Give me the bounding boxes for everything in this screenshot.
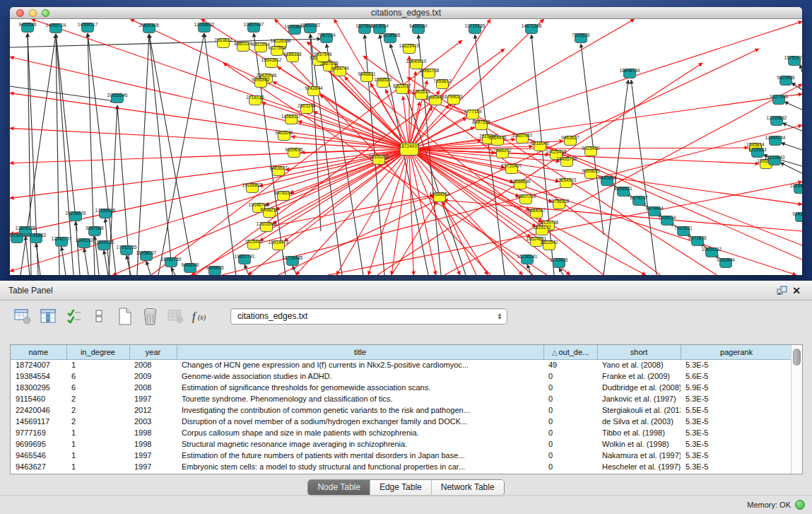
new-document-icon[interactable] (113, 305, 136, 327)
table-cell[interactable]: de Silva et al. (2003) (597, 416, 681, 427)
row-select-icon[interactable] (62, 305, 85, 327)
scrollbar-thumb[interactable] (793, 349, 801, 366)
table-cell[interactable]: 22420046 (11, 404, 66, 416)
graph-edge-black[interactable] (104, 250, 108, 275)
graph-edge-red[interactable] (298, 121, 409, 149)
graph-edge-black[interactable] (61, 247, 66, 275)
table-cell[interactable]: 2008 (129, 359, 177, 370)
node-table-scroll-area[interactable]: namein_degreeyeartitle△out_de...shortpag… (11, 345, 791, 474)
column-header-short[interactable]: short (597, 345, 681, 359)
table-settings-icon[interactable] (11, 305, 34, 327)
graph-edge-red[interactable] (392, 201, 437, 275)
graph-edge-black[interactable] (76, 221, 80, 275)
table-cell[interactable]: 1998 (129, 427, 177, 438)
network-view-window[interactable]: citations_edges.txt 18724007183002957663… (10, 7, 802, 275)
graph-edge-black[interactable] (245, 264, 249, 275)
network-canvas-svg[interactable]: 1872400718300295766382286601248912954182… (10, 19, 802, 275)
table-cell[interactable]: 1 (66, 450, 129, 461)
table-cell[interactable]: 0 (543, 416, 597, 427)
table-cell[interactable]: 5.9E-5 (681, 382, 791, 393)
table-cell[interactable]: 9465546 (11, 450, 66, 461)
table-cell[interactable]: Estimation of significance thresholds fo… (177, 382, 543, 393)
graph-edge-black[interactable] (204, 33, 236, 275)
table-cell[interactable]: Structural magnetic resonance image aver… (177, 438, 543, 450)
minimize-window-button[interactable] (29, 9, 37, 17)
table-cell[interactable]: 6 (66, 370, 129, 382)
tab-network-table[interactable]: Network Table (431, 480, 504, 495)
table-cell[interactable]: 1997 (129, 461, 177, 472)
table-cell[interactable]: 0 (543, 382, 597, 393)
column-header-year[interactable]: year (129, 345, 177, 359)
column-header-out_de[interactable]: △out_de... (543, 345, 597, 359)
close-window-button[interactable] (16, 9, 24, 17)
graph-edge-red[interactable] (254, 196, 435, 245)
table-cell[interactable]: 9115460 (11, 393, 66, 404)
tab-edge-table[interactable]: Edge Table (370, 480, 431, 495)
graph-edge-red[interactable] (10, 128, 409, 149)
table-cell[interactable]: Changes of HCN gene expression and I(f) … (177, 359, 543, 370)
table-cell[interactable]: 2009 (129, 370, 177, 382)
trash-icon[interactable] (139, 305, 161, 327)
graph-edge-black[interactable] (781, 143, 802, 150)
table-cell[interactable]: Genome-wide association studies in ADHD. (177, 370, 543, 382)
table-cell[interactable]: 6 (66, 382, 129, 393)
table-cell[interactable]: 5.3E-5 (681, 359, 791, 370)
table-cell[interactable]: 1997 (129, 393, 177, 404)
tab-node-table[interactable]: Node Table (308, 480, 370, 495)
vertical-scrollbar[interactable] (791, 345, 802, 474)
graph-edge-red[interactable] (296, 149, 409, 275)
graph-edge-red[interactable] (284, 149, 409, 241)
table-cell[interactable]: Hescheler et al. (1997) (597, 461, 681, 472)
function-builder-icon[interactable]: f(x) (189, 305, 212, 327)
table-cell[interactable]: 18724007 (11, 359, 66, 370)
graph-edge-black[interactable] (149, 34, 194, 275)
table-cell[interactable]: Corpus callosum shape and size in male p… (177, 427, 543, 438)
table-cell[interactable]: 1997 (129, 450, 177, 461)
graph-edge-black[interactable] (800, 64, 802, 72)
float-panel-icon[interactable] (775, 285, 789, 296)
table-cell[interactable]: 0 (543, 438, 597, 450)
table-cell[interactable]: 49 (543, 359, 597, 370)
table-cell[interactable]: 5.3E-5 (681, 450, 791, 461)
window-titlebar[interactable]: citations_edges.txt (10, 7, 802, 19)
table-cell[interactable]: 18300295 (11, 382, 66, 393)
table-cell[interactable]: 2008 (129, 382, 177, 393)
graph-edge-black[interactable] (149, 34, 172, 275)
table-cell[interactable]: Wolkin et al. (1998) (597, 438, 681, 450)
graph-edge-black[interactable] (784, 102, 802, 110)
graph-edge-black[interactable] (56, 34, 77, 231)
column-header-title[interactable]: title (177, 345, 543, 359)
graph-edge-red[interactable] (276, 149, 409, 210)
table-cell[interactable]: Jankovic et al. (1997) (597, 393, 681, 404)
table-cell[interactable]: 1 (66, 359, 129, 370)
table-cell[interactable]: 2 (66, 404, 129, 416)
column-header-pagerank[interactable]: pagerank (681, 345, 791, 359)
graph-edge-black[interactable] (10, 86, 114, 101)
table-cell[interactable]: 5.3E-5 (681, 427, 791, 438)
import-table-icon[interactable] (164, 305, 187, 327)
graph-edge-red[interactable] (409, 21, 802, 149)
table-cell[interactable]: 2012 (129, 404, 177, 416)
table-cell[interactable]: Embryonic stem cells: a model to study s… (177, 461, 543, 472)
table-cell[interactable]: Investigating the contribution of common… (177, 404, 543, 416)
close-panel-icon[interactable]: ✕ (789, 285, 804, 296)
table-cell[interactable]: Dudbridge et al. (2008) (597, 382, 681, 393)
table-cell[interactable]: 9777169 (11, 427, 66, 438)
graph-edge-black[interactable] (780, 163, 802, 173)
table-cell[interactable]: 0 (543, 427, 597, 438)
table-cell[interactable]: 14569117 (11, 416, 66, 427)
table-cell[interactable]: Disruption of a novel member of a sodium… (177, 416, 543, 427)
table-cell[interactable]: 5.3E-5 (681, 438, 791, 450)
table-cell[interactable]: 5.5E-5 (681, 404, 791, 416)
table-cell[interactable]: 2 (66, 393, 129, 404)
graph-edge-red[interactable] (409, 94, 802, 149)
table-cell[interactable]: 5.3E-5 (681, 393, 791, 404)
graph-edge-red[interactable] (442, 201, 476, 275)
table-cell[interactable]: Estimation of the future numbers of pati… (177, 450, 543, 461)
table-cell[interactable]: 5.3E-5 (681, 461, 791, 472)
table-cell[interactable]: Tibbo et al. (1998) (597, 427, 681, 438)
table-cell[interactable]: 1998 (129, 438, 177, 450)
table-cell[interactable]: 0 (543, 461, 597, 472)
table-cell[interactable]: 2003 (129, 416, 177, 427)
table-cell[interactable]: Yano et al. (2008) (597, 359, 681, 370)
